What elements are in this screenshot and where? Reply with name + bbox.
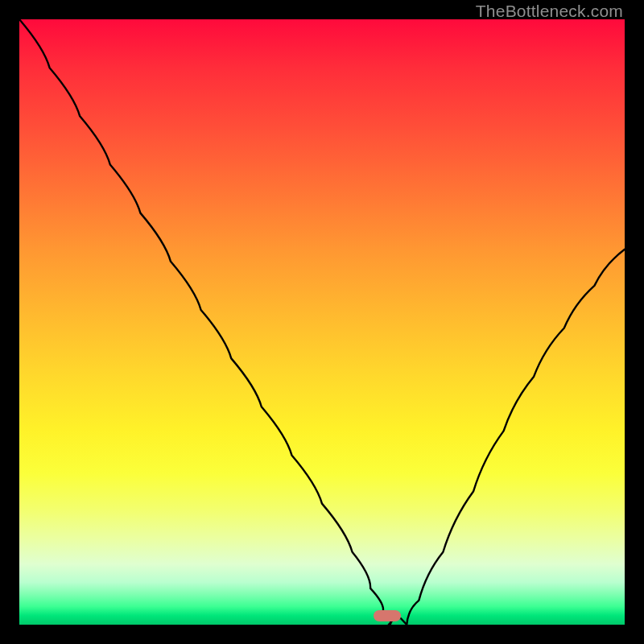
plot-area xyxy=(19,19,625,625)
watermark-text: TheBottleneck.com xyxy=(476,2,623,21)
bottleneck-curve xyxy=(19,19,625,625)
optimal-point-marker xyxy=(374,610,401,621)
chart-frame: TheBottleneck.com xyxy=(0,0,644,644)
